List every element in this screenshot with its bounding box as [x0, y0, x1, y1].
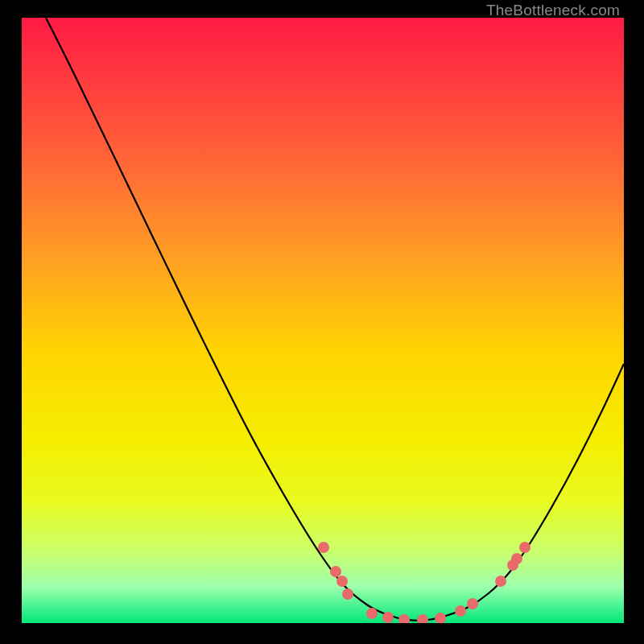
chart-svg [22, 18, 624, 623]
curve-dot [342, 588, 353, 600]
curve-dot [366, 608, 378, 619]
curve-dot [336, 576, 348, 587]
curve-dot [511, 553, 522, 564]
curve-dot [495, 576, 506, 587]
curve-dot [318, 542, 329, 553]
curve-dot [455, 605, 466, 617]
curve-dot [330, 566, 341, 577]
curve-dot [467, 598, 478, 609]
gradient-fill-rect [22, 18, 624, 623]
watermark-text: TheBottleneck.com [486, 2, 620, 19]
chart-frame [22, 18, 624, 623]
curve-dot [382, 612, 394, 623]
curve-dot [519, 542, 530, 553]
